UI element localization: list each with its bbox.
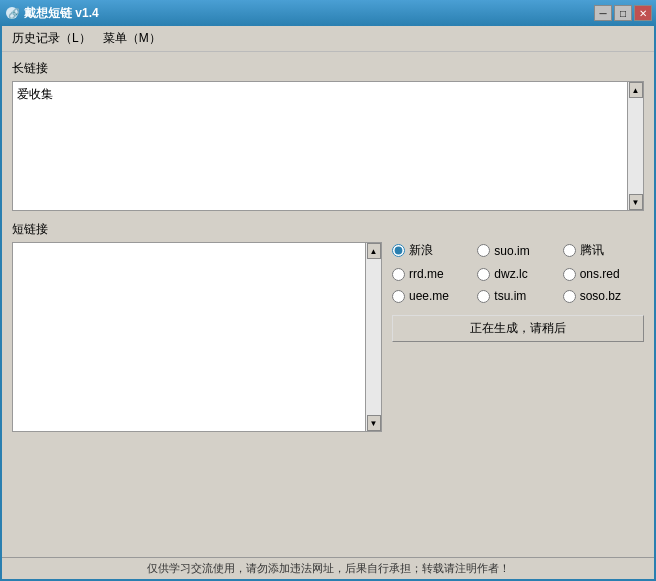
radio-tsuim-label: tsu.im (494, 289, 526, 303)
long-url-scrollbar[interactable]: ▲ ▼ (627, 82, 643, 210)
scrollbar-up-btn[interactable]: ▲ (629, 82, 643, 98)
radio-tengxun-input[interactable] (563, 244, 576, 257)
long-url-input[interactable]: 爱收集 (13, 82, 627, 210)
menu-bar: 历史记录（L） 菜单（M） (2, 26, 654, 52)
radio-tengxun[interactable]: 腾讯 (563, 242, 644, 259)
radio-rrdme[interactable]: rrd.me (392, 267, 473, 281)
title-bar: 🔗 戴想短链 v1.4 ─ □ ✕ (0, 0, 656, 26)
close-button[interactable]: ✕ (634, 5, 652, 21)
radio-sosobz-input[interactable] (563, 290, 576, 303)
radio-sosobz[interactable]: soso.bz (563, 289, 644, 303)
window-controls: ─ □ ✕ (594, 5, 652, 21)
svg-text:🔗: 🔗 (8, 7, 19, 20)
restore-button[interactable]: □ (614, 5, 632, 21)
radio-dwzlc-input[interactable] (477, 268, 490, 281)
radio-suoim-input[interactable] (477, 244, 490, 257)
radio-tengxun-label: 腾讯 (580, 242, 604, 259)
radio-rrdme-label: rrd.me (409, 267, 444, 281)
short-url-input[interactable] (13, 243, 365, 431)
radio-xinlang-label: 新浪 (409, 242, 433, 259)
short-url-area: ▲ ▼ (12, 242, 382, 432)
radio-sosobz-label: soso.bz (580, 289, 621, 303)
long-url-label: 长链接 (12, 60, 644, 77)
radio-ueeme-label: uee.me (409, 289, 449, 303)
short-section: ▲ ▼ 新浪 suo.im (12, 242, 644, 432)
radio-suoim-label: suo.im (494, 244, 529, 258)
radio-rrdme-input[interactable] (392, 268, 405, 281)
radio-onsred-input[interactable] (563, 268, 576, 281)
status-text: 仅供学习交流使用，请勿添加违法网址，后果自行承担；转载请注明作者！ (147, 562, 510, 574)
options-panel: 新浪 suo.im 腾讯 rrd.me (392, 242, 644, 342)
short-scrollbar-thumb[interactable] (367, 259, 381, 415)
radio-ueeme-input[interactable] (392, 290, 405, 303)
radio-suoim[interactable]: suo.im (477, 242, 558, 259)
menu-main[interactable]: 菜单（M） (97, 28, 167, 49)
radio-tsuim[interactable]: tsu.im (477, 289, 558, 303)
radio-xinlang-input[interactable] (392, 244, 405, 257)
short-url-scrollbar[interactable]: ▲ ▼ (365, 243, 381, 431)
status-bar: 仅供学习交流使用，请勿添加违法网址，后果自行承担；转载请注明作者！ (2, 557, 654, 579)
window-title: 戴想短链 v1.4 (24, 5, 594, 22)
radio-xinlang[interactable]: 新浪 (392, 242, 473, 259)
short-scrollbar-down-btn[interactable]: ▼ (367, 415, 381, 431)
scrollbar-thumb[interactable] (629, 98, 643, 194)
radio-dwzlc-label: dwz.lc (494, 267, 527, 281)
minimize-button[interactable]: ─ (594, 5, 612, 21)
radio-onsred[interactable]: ons.red (563, 267, 644, 281)
radio-onsred-label: ons.red (580, 267, 620, 281)
long-url-area: 爱收集 ▲ ▼ (12, 81, 644, 211)
generate-button[interactable]: 正在生成，请稍后 (392, 315, 644, 342)
radio-ueeme[interactable]: uee.me (392, 289, 473, 303)
scrollbar-down-btn[interactable]: ▼ (629, 194, 643, 210)
short-url-label: 短链接 (12, 221, 644, 238)
menu-history[interactable]: 历史记录（L） (6, 28, 97, 49)
app-icon: 🔗 (4, 5, 20, 21)
radio-tsuim-input[interactable] (477, 290, 490, 303)
radio-dwzlc[interactable]: dwz.lc (477, 267, 558, 281)
short-scrollbar-up-btn[interactable]: ▲ (367, 243, 381, 259)
service-radio-grid: 新浪 suo.im 腾讯 rrd.me (392, 242, 644, 303)
